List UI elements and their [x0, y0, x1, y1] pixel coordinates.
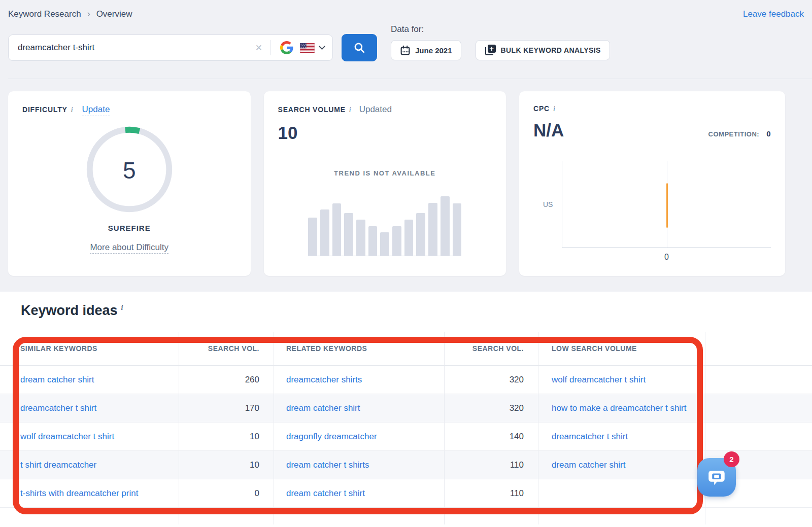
keyword-link[interactable]: wolf dreamcatcher t shirt: [552, 375, 646, 385]
search-vol-value: 0: [179, 479, 274, 508]
col-similar-keywords[interactable]: SIMILAR KEYWORDS: [0, 332, 179, 366]
keyword-search-input[interactable]: [18, 43, 255, 53]
more-about-difficulty-link[interactable]: More about Difficulty: [90, 242, 168, 254]
info-icon[interactable]: i: [349, 106, 351, 114]
keyword-link[interactable]: dragonfly dreamcatcher: [286, 432, 377, 442]
col-related-keywords[interactable]: RELATED KEYWORDS: [274, 332, 445, 366]
cpc-row-label: US: [543, 200, 553, 208]
speech-bubble-icon: [706, 467, 727, 488]
difficulty-update-link[interactable]: Update: [82, 104, 110, 116]
search-volume-card: SEARCH VOLUME i Updated 10 TREND IS NOT …: [264, 91, 506, 276]
bulk-keyword-analysis-button[interactable]: + BULK KEYWORD ANALYSIS: [476, 40, 610, 60]
info-icon[interactable]: i: [121, 304, 123, 311]
breadcrumb-keyword-research[interactable]: Keyword Research: [8, 9, 81, 19]
table-row: dream catcher shirt 260 dreamcatcher shi…: [0, 366, 812, 394]
table-header-row: SIMILAR KEYWORDS SEARCH VOL. RELATED KEY…: [0, 332, 812, 366]
table-row: t-shirts with dreamcatcher print 0 dream…: [0, 479, 812, 508]
trend-bar: [332, 203, 342, 256]
search-volume-value: 10: [278, 123, 492, 143]
bulk-add-icon: +: [485, 45, 496, 56]
cpc-label: CPC: [533, 104, 550, 113]
trend-bar: [356, 220, 365, 256]
search-vol-value: 260: [179, 366, 274, 394]
info-icon[interactable]: i: [71, 106, 73, 114]
trend-bar: [308, 218, 317, 256]
table-row: wolf dreamcatcher t shirt 10 dragonfly d…: [0, 423, 812, 451]
difficulty-tier: SUREFIRE: [22, 224, 236, 232]
trend-bar: [380, 232, 389, 256]
keyword-link[interactable]: dream catcher shirt: [552, 460, 626, 470]
search-vol-value: 140: [445, 423, 538, 451]
keyword-link[interactable]: dream catcher t shirt: [286, 488, 365, 499]
chat-unread-badge: 2: [724, 451, 739, 467]
data-for-label: Data for:: [391, 24, 610, 34]
table-row-partial: [0, 508, 812, 524]
search-box: ✕: [8, 34, 333, 61]
keyword-ideas-title: Keyword ideasi: [0, 292, 812, 319]
search-vol-value: 170: [179, 394, 274, 423]
keyword-link[interactable]: dreamcatcher t shirt: [552, 432, 628, 442]
trend-not-available-note: TREND IS NOT AVAILABLE: [278, 169, 492, 177]
breadcrumb-separator-icon: ›: [87, 9, 90, 19]
difficulty-label: DIFFICULTY: [22, 106, 67, 114]
clear-icon[interactable]: ✕: [255, 43, 262, 53]
data-for-group: Data for: June 2021 + BULK KEYWORD ANALY…: [391, 24, 610, 60]
bulk-button-label: BULK KEYWORD ANALYSIS: [501, 46, 601, 54]
calendar-icon: [400, 45, 411, 56]
trend-placeholder-chart: [308, 196, 461, 256]
col-empty: [705, 332, 812, 366]
trend-bar: [428, 203, 437, 256]
search-vol-value: 10: [179, 423, 274, 451]
keyword-link[interactable]: t-shirts with dreamcatcher print: [20, 488, 138, 499]
search-vol-value: 110: [445, 451, 538, 479]
search-vol-value: 10: [179, 451, 274, 479]
col-search-vol-2[interactable]: SEARCH VOL.: [445, 332, 538, 366]
col-low-search-volume[interactable]: LOW SEARCH VOLUME: [538, 332, 705, 366]
cpc-card: CPC i N/A COMPETITION:0 US 0: [519, 91, 785, 276]
competition-value: 0: [766, 129, 771, 138]
keyword-ideas-section: Keyword ideasi SIMILAR KEYWORDS SEARCH V…: [0, 292, 812, 527]
trend-bar: [344, 213, 353, 256]
leave-feedback-link[interactable]: Leave feedback: [743, 9, 804, 19]
keyword-link[interactable]: dream catcher shirt: [286, 403, 360, 413]
cpc-marker: [666, 183, 668, 227]
keyword-link[interactable]: dreamcatcher shirts: [286, 375, 362, 385]
magnifier-icon: [353, 42, 366, 54]
difficulty-gauge: 5: [83, 123, 176, 218]
keyword-link[interactable]: dream catcher shirt: [20, 375, 94, 385]
chevron-down-icon[interactable]: [319, 43, 325, 50]
keyword-link[interactable]: dream catcher t shirts: [286, 460, 369, 470]
trend-bar: [320, 209, 329, 256]
keyword-link[interactable]: dreamcatcher t shirt: [20, 403, 96, 413]
chat-widget-button[interactable]: 2: [697, 458, 736, 497]
search-volume-label: SEARCH VOLUME: [278, 106, 346, 114]
trend-bar: [404, 220, 414, 256]
table-row: t shirt dreamcatcher 10 dream catcher t …: [0, 451, 812, 479]
us-flag-icon[interactable]: [300, 43, 315, 53]
trend-bar: [392, 226, 401, 256]
breadcrumb: Keyword Research › Overview Leave feedba…: [8, 9, 804, 19]
date-picker-button[interactable]: June 2021: [391, 40, 461, 60]
google-icon[interactable]: [280, 41, 293, 54]
difficulty-card: DIFFICULTY i Update 5 SUREFIRE More abou…: [8, 91, 251, 276]
search-vol-value: 320: [445, 366, 538, 394]
trend-bar: [368, 226, 378, 256]
col-search-vol-1[interactable]: SEARCH VOL.: [179, 332, 274, 366]
search-vol-value: 110: [445, 479, 538, 508]
keyword-ideas-table: SIMILAR KEYWORDS SEARCH VOL. RELATED KEY…: [0, 332, 812, 524]
table-row: dreamcatcher t shirt 170 dream catcher s…: [0, 394, 812, 423]
search-bar: ✕: [8, 34, 377, 61]
trend-bar: [416, 213, 425, 256]
search-button[interactable]: [342, 34, 377, 61]
keyword-link[interactable]: how to make a dreamcatcher t shirt: [552, 403, 687, 413]
keyword-link[interactable]: t shirt dreamcatcher: [20, 460, 96, 470]
info-icon[interactable]: i: [553, 105, 555, 113]
input-divider: [270, 40, 271, 55]
breadcrumb-overview[interactable]: Overview: [96, 9, 132, 19]
header-divider: [8, 79, 812, 79]
difficulty-score: 5: [83, 123, 176, 218]
search-vol-value: 320: [445, 394, 538, 423]
cpc-chart: US 0: [562, 161, 771, 248]
keyword-link[interactable]: wolf dreamcatcher t shirt: [20, 432, 114, 442]
cpc-x-tick: 0: [664, 253, 669, 262]
